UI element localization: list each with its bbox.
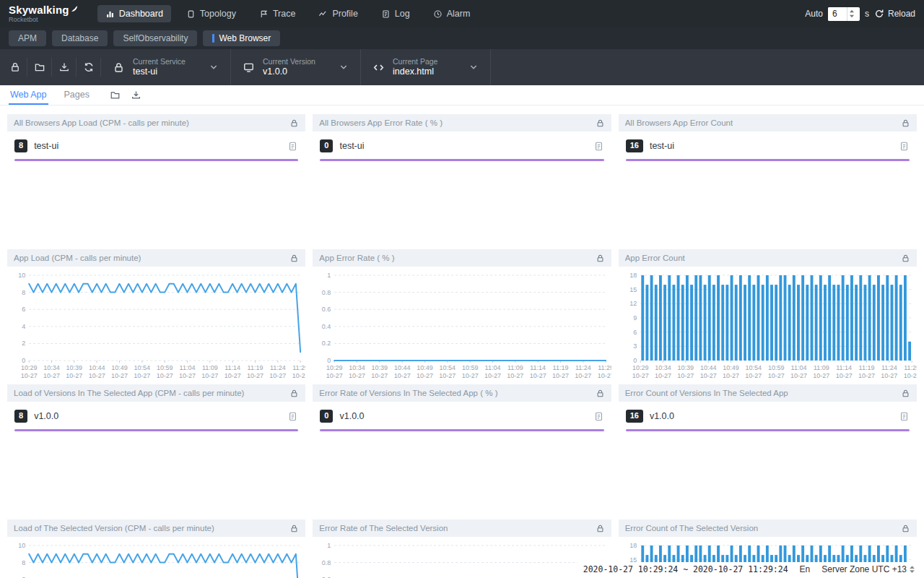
- selector-value: index.html: [393, 66, 437, 78]
- current-version-selector[interactable]: Current Version v1.0.0: [231, 49, 361, 85]
- legend-row[interactable]: 8 test-ui: [14, 138, 298, 154]
- lock-icon[interactable]: [289, 254, 299, 263]
- clipboard-icon[interactable]: [899, 141, 910, 152]
- svg-text:11:14: 11:14: [836, 364, 852, 371]
- download-icon[interactable]: [131, 90, 141, 100]
- nav-item-topology[interactable]: Topology: [178, 5, 244, 22]
- reload-button[interactable]: Reload: [874, 9, 915, 19]
- nav-item-dashboard[interactable]: Dashboard: [97, 5, 171, 22]
- service-lock-icon: [113, 61, 125, 74]
- clipboard-icon[interactable]: [593, 141, 604, 152]
- nav-item-profile[interactable]: Profile: [310, 5, 365, 22]
- language-selector[interactable]: En: [800, 564, 811, 574]
- legend-row[interactable]: 0 v1.0.0: [320, 408, 603, 424]
- version-load-chart: 024681010:2910-2710:3410-2710:3910-2710:…: [7, 538, 305, 578]
- value-badge: 0: [320, 139, 333, 152]
- nav-item-log[interactable]: Log: [373, 5, 418, 22]
- svg-text:10:59: 10:59: [768, 364, 785, 371]
- trace-icon: [259, 9, 269, 19]
- nav-label: Profile: [332, 9, 357, 19]
- nav-item-alarm[interactable]: Alarm: [425, 5, 479, 22]
- clipboard-icon[interactable]: [287, 141, 298, 152]
- legend-row[interactable]: 0 test-ui: [320, 138, 603, 154]
- reload-icon: [874, 9, 884, 19]
- legend-underline: [14, 159, 298, 161]
- svg-text:10-27: 10-27: [394, 372, 411, 379]
- lock-icon[interactable]: [289, 389, 299, 398]
- value-badge: 0: [320, 410, 333, 423]
- auto-interval-input[interactable]: [828, 7, 847, 21]
- svg-text:11:14: 11:14: [531, 364, 546, 371]
- svg-text:8: 8: [22, 289, 25, 296]
- subtab-pages[interactable]: Pages: [63, 85, 91, 105]
- svg-text:10-27: 10-27: [575, 372, 592, 379]
- import-template-button[interactable]: [27, 58, 52, 77]
- panel-header: All Browsers App Load (CPM - calls per m…: [7, 114, 305, 131]
- refresh-templates-button[interactable]: [77, 58, 101, 77]
- svg-text:10-27: 10-27: [699, 372, 716, 379]
- tab-web-browser[interactable]: Web Browser: [203, 30, 280, 46]
- legend-row[interactable]: 16 test-ui: [626, 138, 910, 154]
- tab-database[interactable]: Database: [52, 30, 108, 46]
- svg-text:10-27: 10-27: [484, 372, 501, 379]
- clipboard-icon[interactable]: [287, 411, 298, 422]
- legend-row[interactable]: 16 v1.0.0: [626, 408, 910, 424]
- lock-icon[interactable]: [596, 389, 605, 398]
- svg-text:10-27: 10-27: [326, 372, 343, 379]
- selector-label: Current Version: [263, 57, 315, 66]
- subtab-web-app[interactable]: Web App: [9, 85, 48, 105]
- logo-title: Skywalking: [9, 4, 69, 16]
- svg-text:11:29: 11:29: [598, 364, 611, 371]
- subtab-label: Web App: [10, 90, 47, 100]
- lock-icon[interactable]: [901, 389, 910, 398]
- tab-apm[interactable]: APM: [9, 30, 46, 46]
- selector-label: Current Page: [393, 57, 437, 66]
- lock-icon[interactable]: [596, 254, 605, 263]
- folder-icon[interactable]: [110, 90, 121, 100]
- dashboard-template-tabs: APM Database SelfObservability Web Brows…: [0, 27, 924, 49]
- value-badge: 16: [626, 139, 643, 152]
- skywalking-logo[interactable]: Skywalking Rocketbot: [9, 4, 79, 23]
- lock-icon[interactable]: [901, 254, 910, 263]
- svg-text:8: 8: [22, 559, 25, 566]
- legend-row[interactable]: 8 v1.0.0: [14, 408, 298, 424]
- current-page-selector[interactable]: Current Page index.html: [361, 49, 491, 85]
- legend-label: test-ui: [650, 141, 674, 151]
- current-service-selector[interactable]: Current Service test-ui: [101, 49, 231, 85]
- svg-text:10:29: 10:29: [632, 364, 649, 371]
- svg-text:4: 4: [22, 323, 25, 330]
- panel-app-load-chart: App Load (CPM - calls per minute) 024681…: [7, 249, 305, 384]
- lock-template-button[interactable]: [3, 58, 27, 77]
- lock-icon[interactable]: [289, 118, 299, 128]
- svg-text:10-27: 10-27: [349, 372, 365, 379]
- tab-selfobservability[interactable]: SelfObservability: [113, 30, 197, 46]
- svg-text:10: 10: [18, 272, 25, 279]
- auto-interval-stepper[interactable]: [847, 7, 857, 21]
- svg-text:0.6: 0.6: [322, 306, 331, 313]
- lock-icon[interactable]: [596, 118, 605, 128]
- svg-text:10-27: 10-27: [247, 372, 263, 379]
- time-range-picker[interactable]: 2020-10-27 10:29:24 ~ 2020-10-27 11:29:2…: [583, 564, 788, 574]
- app-error-rate-chart: 00.20.40.60.8110:2910-2710:3410-2710:391…: [313, 268, 611, 384]
- svg-text:11:09: 11:09: [202, 364, 218, 371]
- lock-icon[interactable]: [901, 524, 910, 533]
- lock-icon[interactable]: [901, 118, 910, 128]
- clipboard-icon[interactable]: [899, 411, 910, 422]
- export-template-button[interactable]: [52, 58, 77, 77]
- clipboard-icon[interactable]: [593, 411, 604, 422]
- panel-title: Load of The Selected Version (CPM - call…: [14, 524, 214, 532]
- nav-item-trace[interactable]: Trace: [251, 5, 304, 22]
- svg-text:11:04: 11:04: [790, 364, 806, 371]
- lock-icon[interactable]: [596, 524, 605, 533]
- svg-text:10:49: 10:49: [417, 364, 434, 371]
- zone-stepper[interactable]: [909, 565, 915, 574]
- app-error-count-chart: 036912151810:2910-2710:3410-2710:3910-27…: [619, 268, 917, 384]
- svg-text:10:39: 10:39: [66, 364, 83, 371]
- lock-icon[interactable]: [289, 524, 299, 533]
- legend-label: v1.0.0: [339, 411, 364, 421]
- svg-text:10:54: 10:54: [745, 364, 762, 371]
- svg-text:10:59: 10:59: [157, 364, 173, 371]
- panel-header: All Browsers App Error Rate ( % ): [313, 114, 611, 131]
- legend-label: test-ui: [34, 141, 58, 151]
- svg-text:0.8: 0.8: [322, 559, 331, 566]
